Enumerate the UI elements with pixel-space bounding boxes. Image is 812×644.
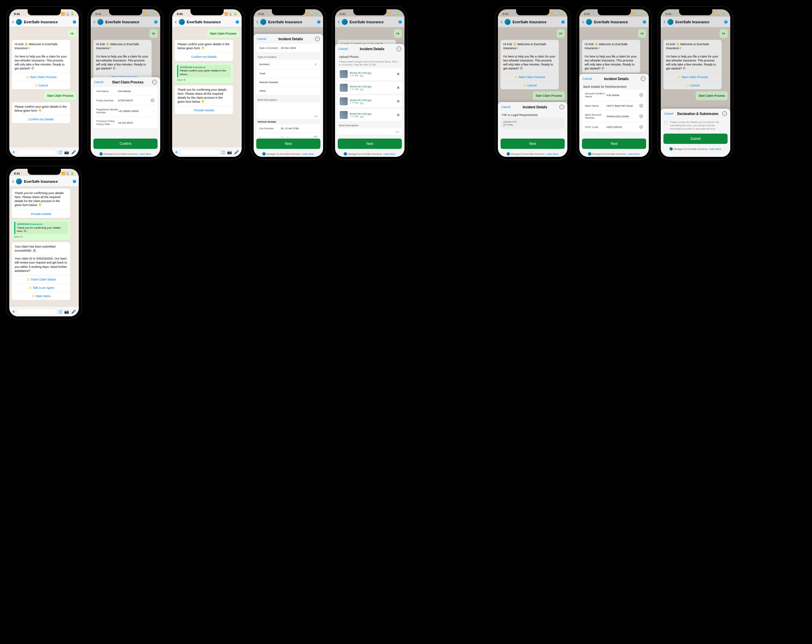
cancel-button[interactable]: ✨ Cancel: [12, 81, 70, 89]
message-input[interactable]: [17, 308, 56, 315]
phone-9: 9:41📶 📡 🔋 ‹EverSafe Insurance Thank you …: [7, 166, 81, 319]
quoted-reply: SHRIRAM InsuranceThank you for confirmin…: [12, 220, 70, 240]
talk-agent-button[interactable]: ✨ Talk to an Agent: [12, 284, 70, 292]
confirm-text: Please confirm your given detials in the…: [12, 102, 70, 115]
chevron-right-icon: ›: [154, 109, 154, 113]
verified-icon: [73, 20, 76, 24]
sticker-icon[interactable]: ◫: [221, 150, 225, 154]
msg-success: Your claim has been submitted successful…: [12, 242, 70, 300]
field-ifsc[interactable]: IFSC CodeHDFC32DS2×: [582, 122, 646, 131]
radio-icon[interactable]: [664, 121, 668, 125]
field-policy-number[interactable]: Policy Number8735154679×: [93, 96, 157, 105]
clear-icon[interactable]: ×: [639, 93, 643, 97]
brief-description-input[interactable]: 200: [256, 102, 321, 119]
camera-icon[interactable]: 📷: [227, 150, 232, 154]
field-car-number[interactable]: Car NumberDL 12 AK 5789: [256, 124, 321, 133]
remove-icon[interactable]: ✕: [397, 99, 400, 104]
main-menu-button[interactable]: ✨ Main Menu: [12, 292, 70, 300]
mic-icon[interactable]: 🎤: [234, 150, 239, 154]
uploaded-file: Media file f1a5.jpg7.77 MB · jpg✕: [338, 68, 402, 80]
upload-fir-input[interactable]: Upload FIR (if Theft): [501, 118, 565, 129]
clear-icon[interactable]: ×: [639, 114, 643, 118]
plus-icon[interactable]: +: [12, 149, 15, 155]
declaration-row[interactable]: Please review the details you've entered…: [661, 119, 730, 132]
back-icon[interactable]: ‹: [93, 18, 95, 25]
notch: [109, 9, 142, 15]
confirm-button[interactable]: Confirm: [93, 139, 157, 149]
notch: [191, 9, 224, 15]
battery-icon: 🔋: [70, 12, 74, 15]
msg-out: Hi: [68, 29, 76, 38]
submit-button[interactable]: Submit: [664, 134, 728, 144]
type-accident[interactable]: Accident✓: [256, 60, 321, 69]
next-button[interactable]: Next: [501, 139, 565, 149]
phone-4: 9:41📶 📡 🔋 ‹EverSafe Insurance CancelInci…: [251, 7, 326, 160]
confirm-details-button[interactable]: Confirm my Details: [175, 52, 233, 61]
bank-details-sheet: CancelIncident Details⋯ Bank Details for…: [579, 74, 649, 157]
msg-confirm: Please confirm your given detials in the…: [12, 102, 70, 123]
field-mobile[interactable]: Registered Mobile Number+91 89665 45654›: [93, 105, 157, 117]
upload-photos-sheet: CancelIncident Details⋯ Upload Photos Pl…: [335, 44, 404, 157]
avatar[interactable]: [16, 19, 22, 25]
clear-icon[interactable]: ×: [639, 125, 643, 129]
camera-icon[interactable]: 📷: [64, 309, 69, 314]
type-natural[interactable]: Natural Disaster: [256, 78, 321, 87]
sheet-cancel[interactable]: Cancel: [94, 81, 103, 84]
clock: 9:41: [14, 12, 20, 15]
mic-icon[interactable]: 🎤: [71, 150, 76, 154]
back-icon[interactable]: ‹: [12, 178, 14, 185]
menu-icon[interactable]: ⋯: [315, 37, 320, 41]
menu-icon[interactable]: ⋯: [152, 80, 157, 84]
learn-more-link[interactable]: Learn More.: [139, 153, 152, 155]
type-theft[interactable]: Theft: [256, 69, 321, 78]
chat-header: ‹EverSafe Insurance: [9, 17, 79, 27]
field-maker[interactable]: MakerTata Motors×: [256, 133, 321, 137]
thumbnail: [340, 70, 348, 78]
plus-icon[interactable]: +: [12, 309, 15, 315]
track-status-button[interactable]: ✨ Track Claim Status: [12, 275, 70, 284]
field-account-number[interactable]: Bank Account Number944642333115498×: [582, 111, 646, 122]
clear-icon[interactable]: ×: [313, 136, 317, 137]
clear-icon[interactable]: ×: [639, 104, 643, 108]
remove-icon[interactable]: ✕: [397, 72, 400, 76]
back-icon[interactable]: ‹: [175, 18, 177, 25]
next-button[interactable]: Next: [582, 139, 646, 149]
sheet-title: Start Claim Process: [112, 81, 143, 84]
back-icon[interactable]: ‹: [12, 18, 14, 25]
remove-icon[interactable]: ✕: [397, 113, 400, 117]
camera-icon[interactable]: 📷: [64, 150, 69, 154]
message-input[interactable]: [180, 149, 219, 156]
field-incident-date[interactable]: Date of Incident20 Dec 2024: [256, 44, 321, 52]
field-expiry-date[interactable]: Previous Policy Expiry Date18-Oct-2024: [93, 117, 157, 128]
message-input[interactable]: [17, 149, 56, 156]
chat-header: ‹EverSafe Insurance: [91, 17, 160, 27]
sheet-cancel[interactable]: Cancel: [257, 37, 266, 41]
signal-icon: 📶: [61, 12, 65, 15]
next-button[interactable]: Next: [256, 139, 321, 149]
verified-icon: [154, 20, 157, 24]
chat-title[interactable]: EverSafe Insurance: [24, 20, 71, 24]
provide-details-button[interactable]: Provide Details: [175, 106, 233, 114]
fir-sheet: CancelIncident Details⋯ FIR or Legal Req…: [498, 102, 567, 157]
field-bank-name[interactable]: Bank NameHDFC Bank MG Road×: [582, 101, 646, 111]
field-full-name[interactable]: Full NameKriti Mehta: [93, 87, 157, 96]
remove-icon[interactable]: ✕: [397, 85, 400, 90]
sticker-icon[interactable]: ◫: [58, 150, 62, 154]
phone-1: 9:41📶📡🔋 ‹EverSafe Insurance Hi Hi Kriti …: [7, 7, 81, 160]
phone-8: 9:41📶 📡 🔋 ‹EverSafe Insurance Hi Hi Krit…: [658, 7, 733, 160]
brief-description-input[interactable]: 200: [338, 128, 402, 134]
type-other[interactable]: Other: [256, 87, 321, 95]
declaration-sheet: CancelDeclaration & Submission⋯ Please r…: [661, 109, 730, 157]
start-claim-button[interactable]: ✨ Start Claim Process: [12, 73, 70, 81]
wifi-icon: 📡: [66, 12, 69, 15]
field-account-holder[interactable]: Account Holder's NameKriti Mehta×: [582, 89, 646, 101]
sticker-icon[interactable]: ◫: [58, 309, 62, 314]
plus-icon[interactable]: +: [175, 149, 178, 155]
clear-icon[interactable]: ×: [151, 98, 154, 102]
provide-details-button[interactable]: Provide Details: [12, 210, 70, 218]
confirm-details-button[interactable]: Confirm my Details: [12, 115, 70, 123]
next-button[interactable]: Next: [338, 139, 402, 149]
mic-icon[interactable]: 🎤: [71, 309, 76, 314]
avatar: [98, 19, 103, 25]
input-bar: +◫📷🎤: [9, 147, 79, 157]
